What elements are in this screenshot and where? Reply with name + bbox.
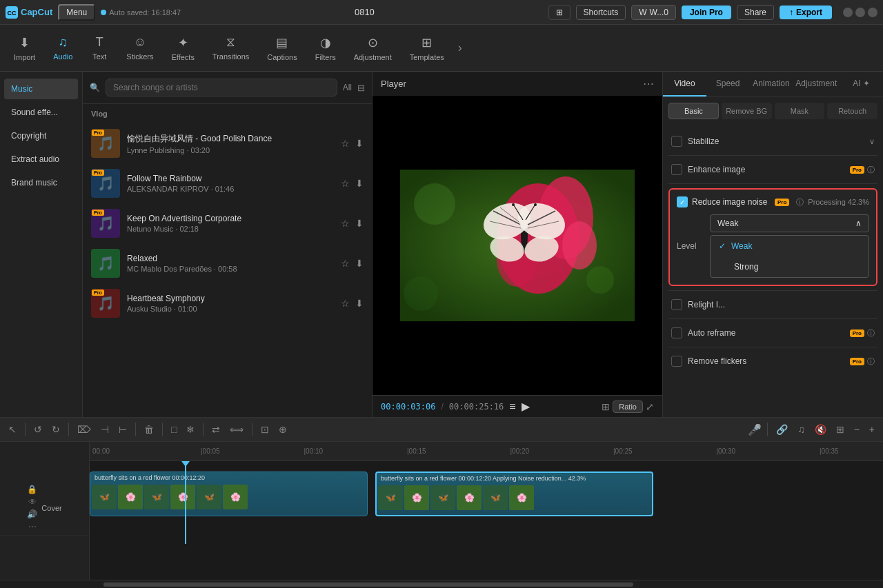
- record-button[interactable]: 🎤: [748, 423, 762, 436]
- tab-video[interactable]: Video: [663, 72, 706, 97]
- track-eye-button[interactable]: 👁: [27, 497, 37, 507]
- crop-button[interactable]: ⊡: [258, 421, 272, 438]
- all-filter-button[interactable]: All: [343, 83, 352, 92]
- monitor-toggle-button[interactable]: ⊞: [548, 5, 571, 20]
- sidebar-item-copyright[interactable]: Copyright: [4, 125, 78, 146]
- timeline-clip-2[interactable]: butterfly sits on a red flower 00:00:12:…: [375, 472, 653, 516]
- filter-icon[interactable]: ⊟: [357, 83, 365, 93]
- track-lock-button[interactable]: 🔒: [27, 485, 37, 494]
- auto-reframe-info-icon[interactable]: ⓘ: [867, 328, 875, 338]
- download-button[interactable]: ⬇: [355, 138, 364, 149]
- stickers-tool[interactable]: ☺ Stickers: [118, 31, 161, 65]
- menu-button[interactable]: Menu: [58, 4, 95, 21]
- flip-h-button[interactable]: ⟺: [227, 421, 246, 438]
- subtab-mask[interactable]: Mask: [775, 103, 825, 119]
- plus-zoom-button[interactable]: +: [866, 421, 877, 438]
- filters-tool[interactable]: ◑ Filters: [307, 31, 344, 65]
- download-button[interactable]: ⬇: [355, 258, 364, 269]
- sidebar-item-sound-effects[interactable]: Sound effe...: [4, 102, 78, 123]
- download-button[interactable]: ⬇: [355, 178, 364, 189]
- tab-speed[interactable]: Speed: [706, 72, 750, 97]
- favorite-button[interactable]: ☆: [341, 218, 350, 229]
- split-button[interactable]: ⌦: [75, 421, 94, 438]
- join-pro-button[interactable]: Join Pro: [682, 6, 731, 19]
- captions-tool[interactable]: ▤ Captions: [259, 31, 305, 65]
- ratio-button[interactable]: Ratio: [613, 401, 643, 413]
- export-button[interactable]: ↑ Export: [780, 6, 832, 19]
- link-button[interactable]: 🔗: [773, 421, 791, 438]
- sidebar-item-brand-music[interactable]: Brand music: [4, 172, 78, 193]
- noise-option-strong[interactable]: Strong: [711, 256, 869, 277]
- reduce-noise-info-icon[interactable]: ⓘ: [796, 197, 804, 207]
- playhead[interactable]: [185, 461, 186, 544]
- delete-button[interactable]: 🗑: [141, 421, 157, 438]
- transitions-tool[interactable]: ⧖ Transitions: [204, 31, 257, 65]
- split-right-button[interactable]: ⊢: [116, 421, 130, 438]
- group-button[interactable]: □: [168, 421, 179, 438]
- sidebar-item-extract-audio[interactable]: Extract audio: [4, 149, 78, 170]
- mute-button[interactable]: 🔇: [812, 421, 829, 438]
- import-tool[interactable]: ⬇ Import: [6, 31, 43, 65]
- list-item[interactable]: Pro 🎵 Keep On Advertising Corporate Netu…: [83, 203, 372, 243]
- favorite-button[interactable]: ☆: [341, 138, 350, 149]
- scrollbar-thumb[interactable]: [103, 582, 633, 587]
- noise-option-weak[interactable]: ✓ Weak: [711, 236, 869, 256]
- redo-button[interactable]: ↻: [49, 421, 63, 438]
- text-tool[interactable]: T Text: [82, 31, 117, 65]
- reduce-noise-checkbox[interactable]: ✓: [677, 196, 688, 207]
- timeline-scrollbar[interactable]: [0, 580, 883, 588]
- share-button[interactable]: Share: [737, 5, 774, 20]
- effects-tool[interactable]: ✦ Effects: [163, 31, 202, 65]
- maximize-button[interactable]: [855, 8, 865, 17]
- minus-zoom-button[interactable]: −: [851, 421, 862, 438]
- subtab-retouch[interactable]: Retouch: [827, 103, 877, 119]
- favorite-button[interactable]: ☆: [341, 298, 350, 309]
- enhance-image-checkbox[interactable]: [671, 164, 682, 175]
- favorite-button[interactable]: ☆: [341, 178, 350, 189]
- list-item[interactable]: Pro 🎵 Heartbeat Symphony Ausku Studio · …: [83, 283, 372, 323]
- subtab-basic[interactable]: Basic: [668, 103, 719, 119]
- list-item[interactable]: Pro 🎵 愉悦自由异域风情 - Good Polish Dance Lynne…: [83, 123, 372, 163]
- undo-button[interactable]: ↺: [31, 421, 45, 438]
- search-input[interactable]: [106, 79, 337, 97]
- tab-animation[interactable]: Animation: [750, 72, 793, 97]
- list-item[interactable]: 🎵 Relaxed MC Mablo Dos Paredões · 00:58 …: [83, 243, 372, 283]
- relight-checkbox[interactable]: [671, 299, 682, 310]
- audio-tool[interactable]: ♫ Audio: [45, 31, 81, 65]
- fullscreen-preview-button[interactable]: ⊞: [602, 401, 610, 413]
- player-menu-button[interactable]: ⋯: [643, 77, 654, 90]
- remove-flickers-checkbox[interactable]: [671, 356, 682, 367]
- subtab-remove-bg[interactable]: Remove BG: [722, 103, 772, 119]
- tab-ai[interactable]: AI ✦: [840, 72, 883, 97]
- track-audio-button[interactable]: 🔊: [27, 509, 37, 519]
- speed-button[interactable]: ⊕: [276, 421, 290, 438]
- mirror-button[interactable]: ⇄: [209, 421, 223, 438]
- stabilize-info-icon[interactable]: ∨: [869, 137, 875, 146]
- shortcuts-button[interactable]: Shortcuts: [576, 5, 626, 20]
- download-button[interactable]: ⬇: [355, 218, 364, 229]
- freeze-button[interactable]: ❄: [183, 421, 197, 438]
- split-audio-button[interactable]: ⊞: [833, 421, 847, 438]
- remove-flickers-info-icon[interactable]: ⓘ: [867, 356, 875, 367]
- tab-adjustment[interactable]: Adjustment: [793, 72, 840, 97]
- favorite-button[interactable]: ☆: [341, 258, 350, 269]
- track-more-button[interactable]: ⋯: [27, 522, 37, 531]
- audio-link-button[interactable]: ♫: [795, 421, 808, 438]
- download-button[interactable]: ⬇: [355, 298, 364, 309]
- play-button[interactable]: ▶: [522, 400, 530, 413]
- cursor-tool-button[interactable]: ↖: [6, 421, 19, 438]
- noise-level-select[interactable]: Weak ∧: [710, 214, 869, 232]
- workspace-button[interactable]: W W...0: [631, 5, 676, 20]
- auto-reframe-checkbox[interactable]: [671, 327, 682, 338]
- expand-button[interactable]: ⤢: [646, 401, 654, 413]
- enhance-image-info-icon[interactable]: ⓘ: [867, 165, 875, 175]
- adjustment-tool[interactable]: ⊙ Adjustment: [346, 31, 400, 65]
- sidebar-item-music[interactable]: Music: [4, 79, 78, 99]
- minimize-button[interactable]: [843, 8, 853, 17]
- split-left-button[interactable]: ⊣: [98, 421, 112, 438]
- close-button[interactable]: [868, 8, 877, 17]
- list-item[interactable]: Pro 🎵 Follow The Rainbow ALEKSANDAR KIPR…: [83, 163, 372, 203]
- stabilize-checkbox[interactable]: [671, 136, 682, 147]
- timeline-view-button[interactable]: ≡: [509, 401, 515, 413]
- toolbar-more-button[interactable]: ›: [454, 37, 466, 59]
